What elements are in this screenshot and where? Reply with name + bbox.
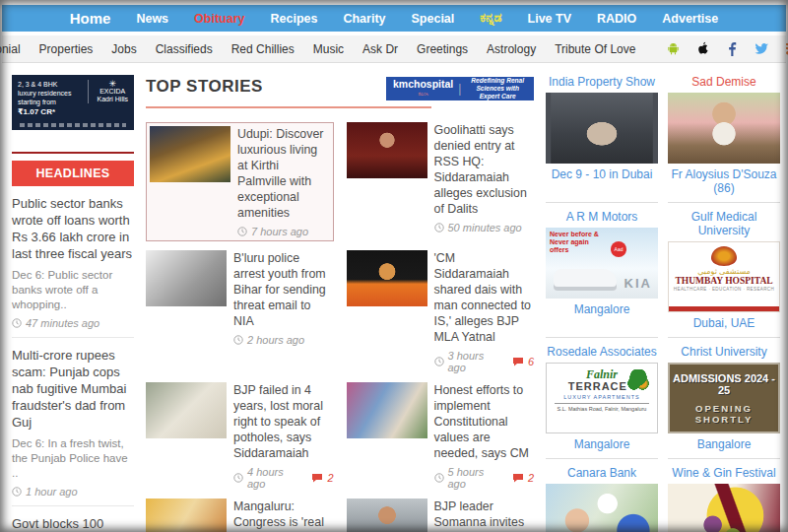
story-title[interactable]: Goolihatti says denied entry at RSS HQ: …: [434, 122, 535, 217]
nav-advertise[interactable]: Advertise: [662, 12, 718, 26]
subnav-astrology[interactable]: Astrology: [487, 42, 536, 56]
ad-price: ₹1.07 CR*: [18, 107, 128, 116]
ad-title-link[interactable]: Canara Bank: [546, 466, 658, 480]
priest-portrait-image[interactable]: [668, 93, 780, 164]
subnav-music[interactable]: Music: [313, 42, 344, 56]
opening-shortly-text: OPENING SHORTLY: [670, 403, 778, 425]
story-item[interactable]: Goolihatti says denied entry at RSS HQ: …: [347, 122, 535, 241]
story-thumbnail[interactable]: [150, 126, 230, 182]
story-item[interactable]: BJP leader Somanna invites Cong minister…: [347, 499, 535, 532]
nav-news[interactable]: News: [136, 12, 168, 26]
headline-item[interactable]: Multi-crore rupees scam: Punjab cops nab…: [12, 338, 134, 506]
subnav-properties[interactable]: Properties: [39, 42, 94, 56]
falnir-terraces-ad-image[interactable]: Falnir TERRACES LUXURY APARTMENTS S.L. M…: [546, 363, 658, 433]
subnav-greetings[interactable]: Greetings: [417, 42, 468, 56]
nav-recipes[interactable]: Recipes: [270, 12, 317, 26]
comments-icon[interactable]: [512, 473, 524, 483]
ad-caption-link[interactable]: Dec 9 - 10 in Dubai: [546, 167, 658, 181]
kia-car-ad-image[interactable]: Never before & Never again offers Aad KI…: [546, 228, 658, 299]
ad-unit-gulf-medical: Gulf Medical University مستشفى ثومبي THU…: [668, 210, 780, 338]
story-item-sponsored[interactable]: Udupi: Discover luxurious living at Kirt…: [146, 122, 334, 241]
nav-home[interactable]: Home: [70, 10, 111, 27]
comments-icon[interactable]: [512, 357, 524, 366]
wine-festival-ad-image[interactable]: [668, 484, 780, 532]
subnav-ask-dr[interactable]: Ask Dr: [362, 42, 398, 56]
obituary-name-link[interactable]: Fr Aloysius D'Souza (86): [668, 167, 780, 195]
secondary-nav: Matrimonial Properties Jobs Classifieds …: [2, 35, 786, 63]
subnav-jobs[interactable]: Jobs: [111, 42, 136, 56]
story-time: 7 hours ago: [251, 226, 308, 237]
admissions-ad-image[interactable]: ADMISSIONS 2024 - 25 OPENING SHORTLY: [668, 363, 780, 433]
ad-title-link[interactable]: India Property Show: [546, 75, 658, 89]
headline-item[interactable]: Govt blocks 100 websites involved in job…: [12, 506, 134, 532]
comment-count[interactable]: 2: [327, 472, 333, 484]
hospital-name: THUMBAY HOSPITAL: [669, 276, 779, 287]
story-thumbnail[interactable]: [347, 499, 427, 532]
comments-icon[interactable]: [311, 473, 323, 483]
subnav-matrimonial[interactable]: Matrimonial: [0, 42, 21, 56]
subnav-tribute-of-love[interactable]: Tribute Of Love: [555, 42, 635, 56]
story-title[interactable]: B'luru police arrest youth from Bihar fo…: [233, 250, 334, 329]
headline-title[interactable]: Multi-crore rupees scam: Punjab cops nab…: [12, 347, 134, 431]
ad-title-link[interactable]: Christ University: [668, 345, 780, 359]
nav-radio[interactable]: RADIO: [597, 12, 636, 26]
story-thumbnail[interactable]: [146, 382, 227, 438]
story-title[interactable]: Udupi: Discover luxurious living at Kirt…: [237, 126, 330, 221]
ad-title-link[interactable]: A R M Motors: [546, 210, 658, 224]
ad-brand-logo: ✳ EXCIDA Kadri Hills: [88, 80, 128, 103]
ad-caption-link[interactable]: Mangalore: [546, 302, 658, 316]
apple-icon[interactable]: [695, 41, 710, 56]
admissions-text: ADMISSIONS 2024 - 25: [670, 372, 778, 396]
ad-caption-link[interactable]: Mangalore: [546, 437, 658, 451]
taj-mahal-ad-image[interactable]: [546, 93, 658, 164]
clock-icon: [12, 318, 22, 328]
story-item[interactable]: Honest efforts to implement Constitution…: [347, 382, 535, 490]
nav-kannada[interactable]: ಕನ್ನಡ: [480, 11, 501, 26]
story-thumbnail[interactable]: [347, 250, 427, 306]
story-title[interactable]: Mangaluru: Congress is 'real communal pa…: [233, 499, 334, 532]
headline-title[interactable]: Public sector banks wrote off loans wort…: [12, 195, 134, 262]
story-thumbnail[interactable]: [347, 122, 427, 178]
ad-caption-link[interactable]: Dubai, UAE: [668, 316, 780, 330]
subnav-red-chillies[interactable]: Red Chillies: [231, 42, 295, 56]
nav-charity[interactable]: Charity: [343, 12, 385, 26]
kmc-hospital-ad-banner[interactable]: kmchospitalಕೆಎಂಸಿ | Redefining Renal Sci…: [386, 77, 534, 100]
headline-item[interactable]: Public sector banks wrote off loans wort…: [12, 186, 134, 338]
ad-title-link[interactable]: Gulf Medical University: [668, 210, 780, 237]
subnav-classifieds[interactable]: Classifieds: [156, 42, 213, 56]
comment-count[interactable]: 2: [528, 472, 534, 484]
story-item[interactable]: B'luru police arrest youth from Bihar fo…: [146, 250, 334, 373]
thumbay-logo: [711, 246, 737, 266]
android-icon[interactable]: [666, 41, 681, 56]
story-thumbnail[interactable]: [347, 382, 427, 438]
story-thumbnail[interactable]: [146, 499, 227, 532]
rss-icon[interactable]: [784, 41, 788, 56]
property-ad-banner[interactable]: 2, 3 & 4 BHK luxury residences starting …: [12, 75, 134, 130]
right-sidebar: India Property Show Dec 9 - 10 in Dubai …: [546, 63, 780, 532]
obituary-title-link[interactable]: Sad Demise: [668, 75, 780, 89]
canara-bank-ad-image[interactable]: [546, 484, 658, 532]
twitter-icon[interactable]: [755, 41, 769, 56]
story-item[interactable]: BJP failed in 4 years, lost moral right …: [146, 382, 334, 490]
facebook-icon[interactable]: [725, 41, 740, 56]
story-item[interactable]: 'CM Siddaramaiah shared dais with man co…: [347, 250, 535, 373]
story-title[interactable]: Honest efforts to implement Constitution…: [434, 382, 535, 461]
divider: [12, 152, 134, 154]
story-item[interactable]: Mangaluru: Congress is 'real communal pa…: [146, 499, 334, 532]
headline-title[interactable]: Govt blocks 100 websites involved in job…: [12, 515, 134, 532]
story-title[interactable]: BJP leader Somanna invites Cong minister…: [434, 499, 535, 532]
nav-special[interactable]: Special: [412, 12, 455, 26]
ad-title-link[interactable]: Wine & Gin Festival: [668, 466, 780, 480]
nav-live-tv[interactable]: Live TV: [528, 12, 571, 26]
story-title[interactable]: 'CM Siddaramaiah shared dais with man co…: [434, 250, 535, 345]
clock-icon: [434, 223, 444, 233]
nav-obituary[interactable]: Obituary: [194, 12, 244, 26]
story-thumbnail[interactable]: [146, 250, 227, 306]
clock-icon: [237, 227, 247, 236]
news-portal-page: Home News Obituary Recipes Charity Speci…: [0, 0, 788, 532]
story-title[interactable]: BJP failed in 4 years, lost moral right …: [233, 382, 334, 461]
ad-title-link[interactable]: Rosedale Associates: [546, 345, 658, 359]
comment-count[interactable]: 6: [528, 356, 534, 367]
ad-caption-link[interactable]: Bangalore: [668, 437, 780, 451]
thumbay-hospital-ad-image[interactable]: مستشفى ثومبي THUMBAY HOSPITAL HEALTHCARE…: [668, 241, 780, 312]
